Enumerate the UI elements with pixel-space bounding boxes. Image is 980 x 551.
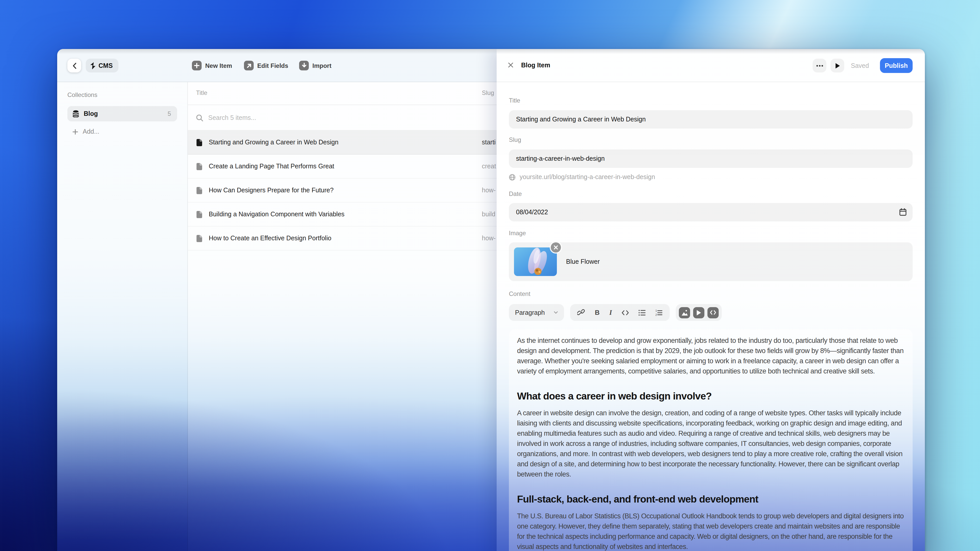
image-field[interactable]: Blue Flower <box>509 242 913 281</box>
title-field-label: Title <box>509 97 520 104</box>
arrow-down-icon <box>299 61 309 70</box>
column-header-slug: Slug <box>482 89 494 97</box>
bullet-list-icon <box>638 310 646 316</box>
chevron-down-icon <box>554 311 558 314</box>
screen: CMS New Item Edit Fields Import <box>0 0 980 551</box>
add-collection-label: Add... <box>83 128 99 135</box>
ellipsis-icon <box>816 65 823 67</box>
item-slug: how- <box>482 235 496 242</box>
image-icon <box>681 309 688 316</box>
document-icon <box>196 211 203 221</box>
insert-group <box>676 304 722 321</box>
remove-image-button[interactable] <box>551 242 561 252</box>
image-thumbnail[interactable] <box>514 248 557 276</box>
item-title: How to Create an Effective Design Portfo… <box>209 235 331 242</box>
image-field-label: Image <box>509 230 526 237</box>
chevron-left-icon <box>72 62 76 68</box>
url-preview-text: yoursite.url/blog/starting-a-career-in-w… <box>520 173 655 181</box>
import-button[interactable]: Import <box>299 59 331 73</box>
close-icon <box>554 245 558 249</box>
svg-text:1: 1 <box>655 310 657 312</box>
collections-sidebar: Collections Blog 5 Add... <box>57 82 188 551</box>
content-field-label: Content <box>509 290 530 297</box>
link-icon <box>578 309 585 316</box>
document-icon <box>196 235 203 245</box>
search-placeholder: Search 5 items... <box>208 114 256 121</box>
slug-input[interactable]: starting-a-career-in-web-design <box>509 149 913 168</box>
title-input[interactable]: Starting and Growing a Career in Web Des… <box>509 110 913 129</box>
sidebar-item-blog[interactable]: Blog 5 <box>67 106 177 121</box>
format-group: B I 12 <box>570 304 670 321</box>
cms-logo-icon <box>90 62 96 69</box>
content-paragraph: A career in website design can involve t… <box>517 408 904 480</box>
item-title: Starting and Growing a Career in Web Des… <box>209 139 339 146</box>
date-field-label: Date <box>509 190 522 197</box>
content-paragraph: The U.S. Bureau of Labor Statistics (BLS… <box>517 511 904 551</box>
panel-header-divider <box>496 82 925 82</box>
item-slug: build <box>482 211 495 218</box>
cms-button[interactable]: CMS <box>86 59 118 73</box>
numbered-list-button[interactable]: 12 <box>655 310 662 316</box>
svg-text:2: 2 <box>655 313 657 316</box>
edit-fields-button[interactable]: Edit Fields <box>244 59 288 73</box>
block-type-dropdown[interactable]: Paragraph <box>509 304 564 321</box>
plus-icon <box>73 129 78 135</box>
insert-video-button[interactable] <box>693 307 704 318</box>
document-icon <box>196 139 203 148</box>
add-collection-button[interactable]: Add... <box>67 125 177 138</box>
url-preview: yoursite.url/blog/starting-a-career-in-w… <box>509 173 655 181</box>
content-heading: Full-stack, back-end, and front-end web … <box>517 493 904 505</box>
save-status: Saved <box>851 62 869 69</box>
sidebar-item-label: Blog <box>84 110 168 118</box>
numbered-list-icon: 12 <box>655 310 662 316</box>
close-icon[interactable] <box>508 62 514 68</box>
inline-code-button[interactable] <box>622 310 629 315</box>
back-button[interactable] <box>67 59 81 73</box>
calendar-icon[interactable] <box>899 208 907 216</box>
item-title: Building a Navigation Component with Var… <box>209 211 345 218</box>
plus-icon <box>192 61 202 70</box>
panel-title: Blog Item <box>521 62 550 69</box>
item-count-badge: 5 <box>168 110 171 118</box>
italic-button[interactable]: I <box>609 308 612 317</box>
item-title: Create a Landing Page That Performs Grea… <box>209 163 334 170</box>
item-title: How Can Designers Prepare for the Future… <box>209 187 334 194</box>
blue-flower-image <box>514 248 557 276</box>
preview-button[interactable] <box>830 59 844 73</box>
bold-button[interactable]: B <box>595 309 600 316</box>
date-input[interactable]: 08/04/2022 <box>509 203 913 221</box>
embed-code-icon <box>710 310 716 315</box>
item-slug: creat <box>482 163 496 170</box>
column-header-title: Title <box>196 89 207 97</box>
code-icon <box>622 310 629 315</box>
item-slug: how- <box>482 187 496 194</box>
item-slug: starti <box>482 139 496 146</box>
link-button[interactable] <box>578 309 585 316</box>
slug-field-label: Slug <box>509 136 521 143</box>
arrow-up-right-icon <box>244 61 254 70</box>
blog-item-panel: Blog Item Saved Publish Title Starting a… <box>496 49 925 551</box>
collections-heading: Collections <box>67 91 97 98</box>
database-icon <box>73 110 79 118</box>
play-icon <box>835 62 840 68</box>
insert-embed-button[interactable] <box>708 307 719 318</box>
content-heading: What does a career in web design involve… <box>517 390 904 402</box>
cms-window: CMS New Item Edit Fields Import <box>57 49 925 551</box>
video-play-icon <box>696 310 701 316</box>
insert-image-button[interactable] <box>679 307 690 318</box>
content-toolbar: Paragraph B I 12 <box>509 304 722 321</box>
bullet-list-button[interactable] <box>638 310 646 316</box>
globe-icon <box>509 174 515 180</box>
search-icon <box>196 114 203 121</box>
new-item-button[interactable]: New Item <box>192 59 232 73</box>
document-icon <box>196 163 203 172</box>
rich-text-editor[interactable]: As the internet continues to develop and… <box>509 329 913 551</box>
image-name: Blue Flower <box>566 258 600 265</box>
panel-header: Blog Item Saved Publish <box>496 49 925 82</box>
more-options-button[interactable] <box>813 59 826 73</box>
document-icon <box>196 187 203 197</box>
content-paragraph: As the internet continues to develop and… <box>517 336 904 376</box>
publish-button[interactable]: Publish <box>880 58 913 73</box>
